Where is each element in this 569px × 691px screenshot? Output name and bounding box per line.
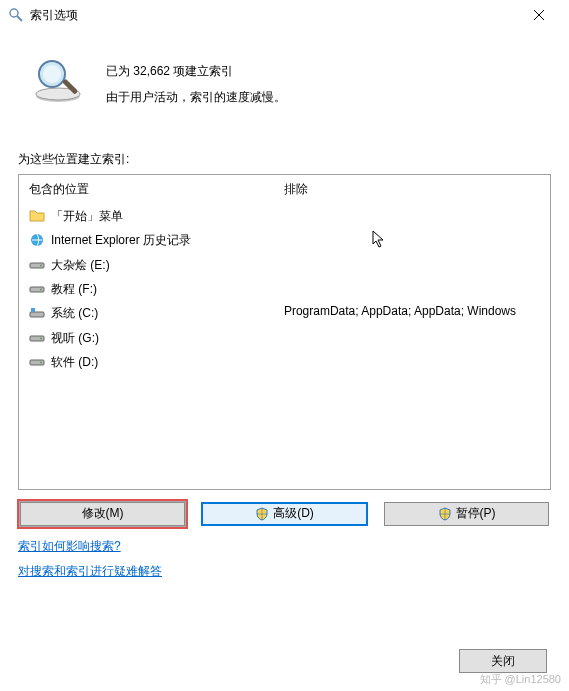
svg-rect-15 [31,308,35,312]
status-text: 已为 32,662 项建立索引 由于用户活动，索引的速度减慢。 [106,50,286,111]
svg-line-1 [17,16,22,21]
list-item[interactable]: 软件 (D:) [29,350,264,374]
svg-point-7 [43,65,61,83]
shield-icon [255,507,269,521]
excluded-column: 排除 ProgramData; AppData; AppData; Window… [274,175,550,489]
included-column: 包含的位置 「开始」菜单 Internet Explorer 历史记录 大杂烩 … [19,175,274,489]
pause-button[interactable]: 暂停(P) [384,502,549,526]
location-label: 系统 (C:) [51,303,98,323]
watermark: 知乎 @Lin12580 [480,672,562,687]
svg-point-0 [10,9,18,17]
list-item[interactable]: 视听 (G:) [29,326,264,350]
shield-icon [438,507,452,521]
help-links: 索引如何影响搜索? 对搜索和索引进行疑难解答 [18,538,551,588]
location-label: 教程 (F:) [51,279,97,299]
dialog-content: 已为 32,662 项建立索引 由于用户活动，索引的速度减慢。 为这些位置建立索… [0,30,569,588]
system-drive-icon [29,306,45,322]
modify-button-label: 修改(M) [82,505,124,522]
svg-point-11 [40,264,42,266]
pause-button-label: 暂停(P) [456,505,496,522]
close-icon [534,10,544,20]
list-item[interactable]: 「开始」菜单 [29,204,264,228]
svg-point-19 [40,362,42,364]
location-label: 软件 (D:) [51,352,98,372]
drive-icon [29,257,45,273]
advanced-button[interactable]: 高级(D) [201,502,368,526]
list-item[interactable]: 教程 (F:) [29,277,264,301]
location-label: Internet Explorer 历史记录 [51,230,191,250]
close-button[interactable]: 关闭 [459,649,547,673]
footer: 关闭 [459,649,547,673]
locations-label: 为这些位置建立索引: [18,151,551,168]
help-link-search[interactable]: 索引如何影响搜索? [18,538,121,555]
excluded-header: 排除 [284,181,540,198]
folder-icon [29,208,45,224]
list-item[interactable]: 系统 (C:) [29,301,264,325]
magnifier-icon [28,50,88,110]
window-title: 索引选项 [30,7,517,24]
indexed-count-text: 已为 32,662 项建立索引 [106,58,286,84]
svg-point-17 [40,337,42,339]
drive-icon [29,281,45,297]
exclusions-text: ProgramData; AppData; AppData; Windows [284,304,540,318]
drive-icon [29,330,45,346]
location-label: 「开始」菜单 [51,206,123,226]
list-item[interactable]: Internet Explorer 历史记录 [29,228,264,252]
ie-icon [29,232,45,248]
drive-icon [29,354,45,370]
titlebar: 索引选项 [0,0,569,30]
advanced-button-label: 高级(D) [273,505,314,522]
button-row: 修改(M) 高级(D) 暂停(P) [18,502,551,526]
indexing-speed-text: 由于用户活动，索引的速度减慢。 [106,84,286,110]
indexing-options-icon [8,7,24,23]
cursor-icon [372,230,390,248]
list-item[interactable]: 大杂烩 (E:) [29,253,264,277]
window-close-button[interactable] [517,1,561,29]
locations-groupbox: 包含的位置 「开始」菜单 Internet Explorer 历史记录 大杂烩 … [18,174,551,490]
status-row: 已为 32,662 项建立索引 由于用户活动，索引的速度减慢。 [18,50,551,111]
location-label: 大杂烩 (E:) [51,255,110,275]
modify-button[interactable]: 修改(M) [20,502,185,526]
location-label: 视听 (G:) [51,328,99,348]
svg-rect-14 [30,312,44,317]
help-link-troubleshoot[interactable]: 对搜索和索引进行疑难解答 [18,563,162,580]
svg-point-13 [40,289,42,291]
included-header: 包含的位置 [29,181,264,198]
